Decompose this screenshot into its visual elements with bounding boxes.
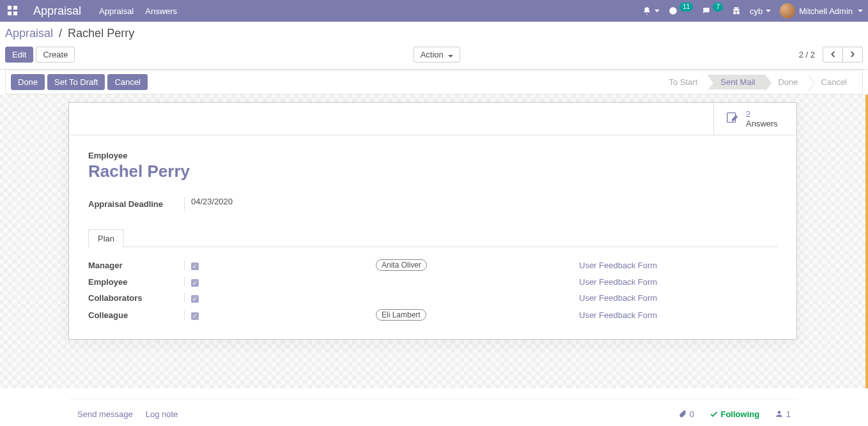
button-box: 2 Answers <box>69 103 796 135</box>
user-menu[interactable]: Mitchell Admin <box>780 3 863 19</box>
status-buttons: Done Set To Draft Cancel <box>11 74 148 90</box>
tab-plan[interactable]: Plan <box>88 229 124 247</box>
activities-icon[interactable]: 11 <box>669 6 693 15</box>
log-note-link[interactable]: Log note <box>146 409 178 419</box>
action-label: Action <box>421 50 444 59</box>
plan-link-cell: User Feedback Form <box>579 310 777 320</box>
pager-next[interactable] <box>843 47 863 63</box>
plan-tags-cell: Anita Oliver <box>376 259 579 271</box>
messages-badge: 7 <box>713 3 723 11</box>
apps-icon[interactable] <box>8 6 18 16</box>
user-feedback-form-link[interactable]: User Feedback Form <box>579 293 657 303</box>
plan-row: Employee✓User Feedback Form <box>88 274 777 290</box>
following-indicator[interactable]: Following <box>709 409 759 419</box>
employee-name[interactable]: Rachel Perry <box>88 162 777 181</box>
navbar-left: Appraisal Appraisal Answers <box>5 4 177 18</box>
plan-role-label: Colleague <box>88 310 184 320</box>
user-feedback-form-link[interactable]: User Feedback Form <box>579 277 657 287</box>
breadcrumb-root[interactable]: Appraisal <box>5 27 53 40</box>
checkbox-icon: ✓ <box>191 295 199 303</box>
plan-link-cell: User Feedback Form <box>579 277 777 287</box>
company-switcher[interactable]: cyb <box>750 6 771 16</box>
create-button[interactable]: Create <box>36 47 75 63</box>
messaging-icon[interactable]: 7 <box>702 6 723 15</box>
plan-link-cell: User Feedback Form <box>579 293 777 303</box>
answers-label: Answers <box>746 119 778 128</box>
checkbox-icon: ✓ <box>191 312 199 320</box>
breadcrumb-sep: / <box>59 27 62 40</box>
nav-menu: Appraisal Answers <box>99 6 177 16</box>
control-panel: Appraisal / Rachel Perry Edit Create Act… <box>0 22 868 70</box>
cancel-button[interactable]: Cancel <box>107 74 147 90</box>
gift-icon[interactable] <box>732 6 741 15</box>
plan-row: Collaborators✓User Feedback Form <box>88 290 777 306</box>
form-sheet: 2 Answers Employee Rachel Perry Appraisa… <box>68 102 797 340</box>
plan-tags-cell: Eli Lambert <box>376 309 579 321</box>
plan-checkbox-cell: ✓ <box>184 310 376 320</box>
send-message-link[interactable]: Send message <box>77 409 133 419</box>
plan-link-cell: User Feedback Form <box>579 261 777 270</box>
set-to-draft-button[interactable]: Set To Draft <box>47 74 105 90</box>
breadcrumb: Appraisal / Rachel Perry <box>5 27 858 40</box>
done-button[interactable]: Done <box>11 74 45 90</box>
checkbox-icon: ✓ <box>191 279 199 287</box>
plan-checkbox-cell: ✓ <box>184 277 376 287</box>
deadline-label: Appraisal Deadline <box>88 199 184 209</box>
user-name: Mitchell Admin <box>799 6 853 16</box>
notifications-icon[interactable] <box>642 6 660 15</box>
status-bar: Done Set To Draft Cancel To StartSent Ma… <box>5 70 863 95</box>
plan-table: Manager✓Anita OliverUser Feedback FormEm… <box>88 256 777 324</box>
company-name: cyb <box>750 6 763 16</box>
followers-count[interactable]: 1 <box>775 409 791 419</box>
toolbar-left: Edit Create <box>5 47 75 63</box>
breadcrumb-current: Rachel Perry <box>68 27 134 40</box>
answers-count: 2 <box>746 109 778 119</box>
status-step-done[interactable]: Done <box>765 75 808 89</box>
activities-badge: 11 <box>679 3 693 11</box>
plan-row: Colleague✓Eli LambertUser Feedback Form <box>88 306 777 324</box>
top-navbar: Appraisal Appraisal Answers 11 7 cyb Mit… <box>0 0 868 22</box>
action-dropdown[interactable]: Action <box>414 47 461 63</box>
plan-role-label: Manager <box>88 261 184 270</box>
tabs: Plan <box>88 229 777 247</box>
form-view-area: 2 Answers Employee Rachel Perry Appraisa… <box>0 95 868 388</box>
attachments-count[interactable]: 0 <box>678 409 694 419</box>
plan-checkbox-cell: ✓ <box>184 293 376 303</box>
plan-role-label: Employee <box>88 277 184 287</box>
plan-row: Manager✓Anita OliverUser Feedback Form <box>88 256 777 274</box>
plan-checkbox-cell: ✓ <box>184 261 376 270</box>
chatter-bar: Send message Log note 0 Following 1 <box>70 399 798 425</box>
user-feedback-form-link[interactable]: User Feedback Form <box>579 261 657 270</box>
avatar <box>780 3 795 19</box>
deadline-value: 04/23/2020 <box>184 197 233 211</box>
checkbox-icon: ✓ <box>191 262 199 270</box>
pager-prev[interactable] <box>823 47 843 63</box>
status-step-cancel[interactable]: Cancel <box>809 75 857 89</box>
employee-label: Employee <box>88 151 777 160</box>
navbar-right: 11 7 cyb Mitchell Admin <box>642 3 863 19</box>
brand-title[interactable]: Appraisal <box>33 4 81 18</box>
person-tag[interactable]: Eli Lambert <box>376 309 426 321</box>
edit-note-icon <box>725 110 740 128</box>
status-steps: To StartSent MailDoneCancel <box>656 75 857 89</box>
edit-button[interactable]: Edit <box>5 47 33 63</box>
person-tag[interactable]: Anita Oliver <box>376 259 427 271</box>
pager-text: 2 / 2 <box>799 50 815 59</box>
status-step-sent-mail[interactable]: Sent Mail <box>708 75 765 89</box>
nav-item-appraisal[interactable]: Appraisal <box>99 6 134 16</box>
toolbar-right: 2 / 2 <box>799 47 863 63</box>
user-feedback-form-link[interactable]: User Feedback Form <box>579 310 657 320</box>
status-step-to-start[interactable]: To Start <box>656 75 708 89</box>
plan-role-label: Collaborators <box>88 293 184 303</box>
answers-stat-button[interactable]: 2 Answers <box>713 103 796 135</box>
nav-item-answers[interactable]: Answers <box>145 6 177 16</box>
